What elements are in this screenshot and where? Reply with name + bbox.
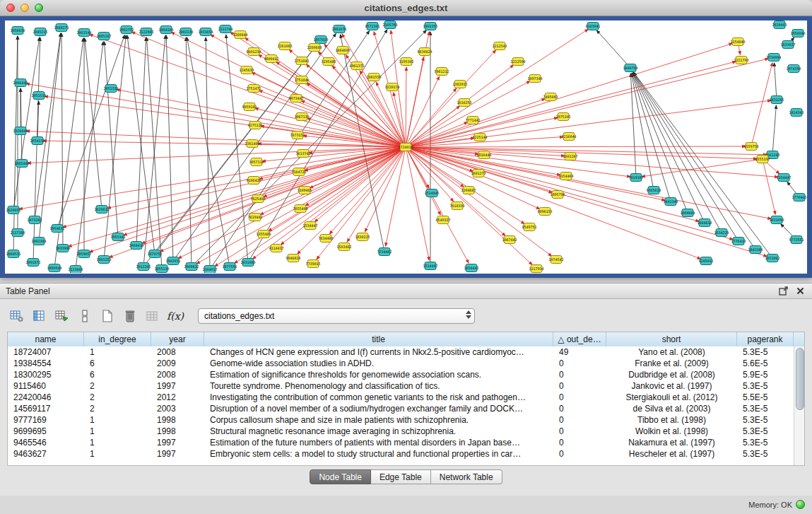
table-cell[interactable]: 9465546 xyxy=(8,437,84,448)
graph-edge[interactable] xyxy=(260,147,406,215)
graph-edge[interactable] xyxy=(85,38,102,209)
table-cell[interactable]: 19384554 xyxy=(8,358,84,369)
tab-node-table[interactable]: Node Table xyxy=(310,469,371,484)
graph-edge[interactable] xyxy=(632,74,671,201)
graph-node[interactable]: 1857029 xyxy=(313,36,328,44)
graph-edge[interactable] xyxy=(211,35,406,147)
graph-node[interactable]: 8572301 xyxy=(365,23,379,30)
graph-node[interactable]: 1926849 xyxy=(13,127,28,135)
graph-node[interactable]: 1954632 xyxy=(49,225,64,233)
graph-node[interactable]: 2620612 xyxy=(94,206,109,214)
graph-node[interactable]: 2051320 xyxy=(103,85,118,93)
graph-node[interactable]: 7634469 xyxy=(318,235,333,243)
graph-node[interactable]: 2260688 xyxy=(307,44,322,52)
graph-node[interactable]: 1895798 xyxy=(550,191,565,199)
graph-node[interactable]: 7619442 xyxy=(247,214,262,221)
table-cell[interactable]: Disruption of a novel member of a sodium… xyxy=(204,403,553,414)
close-panel-icon[interactable] xyxy=(794,286,806,297)
graph-node[interactable]: 2063144 xyxy=(76,29,91,37)
graph-node[interactable]: 2091872 xyxy=(25,259,40,267)
graph-node[interactable]: 2084410 xyxy=(129,242,143,250)
table-cell[interactable]: 5.9E-5 xyxy=(737,369,794,380)
graph-node[interactable]: 2051531 xyxy=(31,92,46,100)
graph-node[interactable]: 2620655 xyxy=(6,206,20,214)
graph-node[interactable]: 2031080 xyxy=(240,259,255,267)
graph-node[interactable]: 1031058 xyxy=(769,216,784,224)
graph-node[interactable]: 7485083 xyxy=(543,93,558,101)
graph-edge[interactable] xyxy=(245,37,406,147)
graph-node[interactable]: 9106428 xyxy=(246,177,261,185)
graph-node[interactable]: 1658442 xyxy=(464,264,478,272)
float-panel-icon[interactable] xyxy=(777,286,789,297)
graph-node[interactable]: 2012265 xyxy=(136,263,151,271)
zoom-window-button[interactable] xyxy=(35,4,43,12)
table-cell[interactable]: 0 xyxy=(553,358,606,369)
graph-node[interactable]: 2073261 xyxy=(27,216,42,224)
graph-node[interactable]: 2066449 xyxy=(13,79,28,87)
graph-edge[interactable] xyxy=(136,37,146,245)
graph-node[interactable]: 3613742 xyxy=(295,150,310,158)
graph-node[interactable]: 8096153 xyxy=(537,208,552,216)
graph-node[interactable]: 1751840 xyxy=(294,76,309,84)
graph-edge[interactable] xyxy=(406,100,771,147)
table-cell[interactable]: Stergiakouli et al. (2012) xyxy=(606,392,737,403)
graph-edge[interactable] xyxy=(54,38,83,268)
close-window-button[interactable] xyxy=(6,4,15,12)
table-cell[interactable]: 9699695 xyxy=(8,426,84,437)
graph-node[interactable]: 1117934 xyxy=(529,265,543,273)
graph-node[interactable]: 1514845 xyxy=(424,189,439,197)
graph-edge[interactable] xyxy=(406,67,406,147)
graph-node[interactable]: 3195382 xyxy=(399,58,413,66)
table-cell[interactable]: 0 xyxy=(553,426,606,437)
graph-node[interactable]: 1894160 xyxy=(158,26,173,34)
graph-edge[interactable] xyxy=(131,32,406,147)
graph-edge[interactable] xyxy=(57,35,124,228)
graph-node[interactable]: 1004664 xyxy=(680,209,695,217)
table-cell[interactable]: 1 xyxy=(84,448,151,460)
graph-node[interactable]: 7618339 xyxy=(449,202,464,210)
graph-node[interactable]: 3220174 xyxy=(384,83,399,91)
table-cell[interactable]: Jankovic et al. (1997) xyxy=(606,380,737,392)
table-cell[interactable]: 1 xyxy=(84,414,151,426)
graph-node[interactable]: 1212590 xyxy=(510,58,525,66)
graph-edge[interactable] xyxy=(210,31,370,269)
graph-edge[interactable] xyxy=(763,159,775,214)
graph-node[interactable]: 7164728 xyxy=(291,168,306,176)
column-header[interactable]: pagerank xyxy=(737,332,794,346)
graph-node[interactable]: 1874752 xyxy=(147,250,162,258)
table-cell[interactable]: 5.3E-5 xyxy=(737,346,794,358)
graph-node[interactable]: 2111744 xyxy=(218,25,233,33)
graph-node[interactable]: 4114437 xyxy=(269,245,283,252)
graph-node[interactable]: 1664609 xyxy=(335,47,350,54)
table-cell[interactable]: 18300295 xyxy=(8,369,84,380)
graph-edge[interactable] xyxy=(406,147,699,221)
graph-edge[interactable] xyxy=(634,72,772,258)
graph-node[interactable]: 3109465 xyxy=(297,187,312,194)
graph-node[interactable]: 1212543 xyxy=(492,42,507,50)
graph-node[interactable]: 1875105 xyxy=(555,113,570,121)
column-header[interactable]: year xyxy=(151,332,204,346)
graph-node[interactable]: 2123669 xyxy=(68,266,83,274)
table-cell[interactable]: Estimation of significance thresholds fo… xyxy=(204,369,553,380)
graph-node[interactable]: 2059057 xyxy=(76,250,91,258)
graph-node[interactable]: 1776410 xyxy=(731,238,746,245)
column-header[interactable]: title xyxy=(204,332,553,346)
table-cell[interactable]: 5.3E-5 xyxy=(737,403,794,414)
edit-table-icon[interactable] xyxy=(52,306,72,326)
table-cell[interactable]: 2 xyxy=(84,403,151,414)
graph-node[interactable]: 1901355 xyxy=(423,23,437,30)
table-cell[interactable]: de Silva et al. (2003) xyxy=(606,403,737,414)
graph-node[interactable]: 3057114 xyxy=(249,158,264,166)
graph-edge[interactable] xyxy=(43,141,406,147)
table-cell[interactable]: 2008 xyxy=(151,346,204,358)
graph-node[interactable]: 2045215 xyxy=(33,28,47,36)
function-builder-icon[interactable]: f(x) xyxy=(165,306,185,326)
table-cell[interactable]: 1 xyxy=(84,437,151,448)
minimize-window-button[interactable] xyxy=(20,4,29,12)
graph-node[interactable]: 8601234 xyxy=(246,48,261,56)
graph-node[interactable]: 1770463 xyxy=(792,194,806,201)
graph-node[interactable]: 1933980 xyxy=(55,245,70,252)
table-cell[interactable]: 2009 xyxy=(151,358,204,369)
graph-node[interactable]: 2122903 xyxy=(139,28,153,36)
graph-node[interactable]: 1245639 xyxy=(239,66,254,74)
